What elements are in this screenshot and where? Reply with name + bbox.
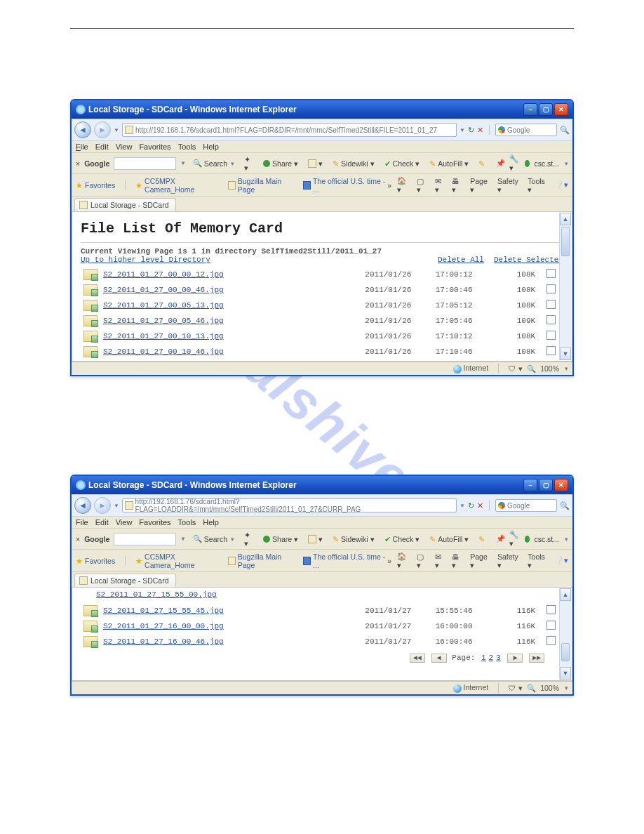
cmd-home[interactable]: 🏠 ▾: [397, 176, 411, 194]
menu-favorites[interactable]: Favorites: [139, 143, 170, 151]
back-button[interactable]: ◄: [74, 121, 91, 138]
cmd-home[interactable]: 🏠 ▾: [397, 552, 411, 569]
gtb-search-input[interactable]: [114, 533, 176, 545]
gtb-pin-icon[interactable]: 📌: [496, 534, 505, 543]
refresh-button[interactable]: ↻: [468, 501, 474, 510]
close-button[interactable]: ✕: [554, 103, 568, 116]
menu-view[interactable]: View: [116, 143, 133, 151]
menu-edit[interactable]: Edit: [95, 143, 109, 151]
gtb-sidewiki[interactable]: ✎Sidewiki ▾: [330, 159, 377, 168]
cmd-page[interactable]: Page ▾: [470, 552, 492, 569]
menu-tools[interactable]: Tools: [178, 518, 196, 527]
stop-button[interactable]: ✕: [477, 126, 483, 135]
url-dropdown[interactable]: ▼: [459, 127, 465, 133]
pager-last[interactable]: ►►: [529, 654, 544, 663]
nav-dropdown[interactable]: ▼: [114, 503, 119, 509]
forward-button[interactable]: ►: [94, 121, 111, 138]
gtb-wrench-icon[interactable]: 🔧 ▾: [509, 530, 521, 548]
favlink-bugzilla[interactable]: Bugzilla Main Page: [228, 552, 296, 569]
menu-file[interactable]: File: [76, 518, 88, 527]
gtb-check[interactable]: ✔Check ▾: [382, 159, 423, 168]
delete-selected-link[interactable]: Delete Selected: [494, 256, 563, 264]
pager-prev[interactable]: ◄: [431, 654, 447, 663]
minimize-button[interactable]: –: [523, 103, 537, 116]
gtb-share[interactable]: Share ▾: [260, 159, 301, 168]
tab-active[interactable]: Local Storage - SDCard: [74, 574, 176, 587]
url-input[interactable]: http://192.168.1.76/sdcard1.html?FLAG=LO…: [122, 498, 457, 512]
minimize-button[interactable]: –: [523, 479, 537, 491]
url-input[interactable]: http://192.168.1.76/sdcard1.html?FLAG=DI…: [122, 123, 457, 137]
file-link[interactable]: S2_2011_01_27_15_55_45.jpg: [103, 607, 224, 615]
gtb-bookmark[interactable]: ▾: [305, 159, 326, 168]
file-link[interactable]: S2_2011_01_27_00_10_46.jpg: [103, 348, 224, 356]
favorites-button[interactable]: ★Favorites: [76, 181, 115, 190]
gtb-share[interactable]: Share ▾: [260, 535, 301, 543]
file-link[interactable]: S2_2011_01_27_00_00_12.jpg: [103, 270, 224, 279]
favlink-home[interactable]: ★CC5MPX Camera_Home: [135, 177, 220, 194]
pager-page-1[interactable]: 1: [481, 654, 486, 662]
back-button[interactable]: ◄: [74, 497, 91, 514]
file-link[interactable]: S2_2011_01_27_00_05_13.jpg: [103, 301, 224, 310]
gtb-close[interactable]: ×: [76, 159, 80, 168]
file-link[interactable]: S2_2011_01_27_00_00_46.jpg: [103, 286, 224, 294]
cmd-tools[interactable]: Tools ▾: [528, 552, 549, 569]
gtb-check[interactable]: ✔Check ▾: [382, 535, 423, 543]
cmd-feeds[interactable]: ▢ ▾: [417, 177, 429, 194]
cmd-page[interactable]: Page ▾: [470, 177, 492, 194]
menu-view[interactable]: View: [116, 518, 133, 527]
search-go-button[interactable]: 🔍: [560, 126, 570, 135]
gtb-search-button[interactable]: 🔍Search ▾: [190, 534, 237, 543]
pager-next[interactable]: ►: [507, 654, 523, 663]
menu-edit[interactable]: Edit: [95, 518, 109, 527]
search-go-button[interactable]: 🔍: [560, 501, 570, 510]
gtb-autofill[interactable]: ✎AutoFill ▾: [427, 159, 471, 168]
favlink-time[interactable]: The official U.S. time - ...: [303, 552, 387, 569]
cmd-help[interactable]: ❔▾: [555, 556, 568, 565]
gtb-bookmark[interactable]: ▾: [305, 535, 326, 543]
select-checkbox[interactable]: [546, 621, 556, 630]
cmd-mail[interactable]: ✉ ▾: [435, 552, 446, 569]
scroll-down-icon[interactable]: ▼: [560, 348, 571, 360]
cmd-print[interactable]: 🖶 ▾: [452, 177, 464, 194]
maximize-button[interactable]: ▢: [539, 479, 553, 491]
gtb-more[interactable]: ✦ ▾: [241, 531, 256, 548]
scroll-thumb[interactable]: [561, 227, 570, 256]
gtb-search-button[interactable]: 🔍Search ▾: [190, 159, 237, 168]
select-checkbox[interactable]: [546, 331, 556, 340]
scrollbar[interactable]: ▲ ▼: [559, 588, 571, 680]
pager-first[interactable]: ◄◄: [410, 654, 425, 663]
search-provider-input[interactable]: Google: [495, 499, 557, 512]
menu-help[interactable]: Help: [203, 518, 219, 527]
select-checkbox[interactable]: [546, 346, 556, 355]
nav-dropdown[interactable]: ▼: [114, 127, 119, 133]
gtb-pin-icon[interactable]: 📌: [496, 159, 505, 168]
cmd-help[interactable]: ❔▾: [555, 180, 568, 190]
close-button[interactable]: ✕: [554, 479, 568, 491]
gtb-wrench-icon[interactable]: 🔧 ▾: [509, 154, 521, 172]
gtb-search-input[interactable]: [114, 157, 176, 170]
gtb-autofill[interactable]: ✎AutoFill ▾: [427, 535, 471, 543]
zoom-icon[interactable]: 🔍: [527, 684, 536, 693]
select-checkbox[interactable]: [546, 636, 556, 645]
forward-button[interactable]: ►: [94, 497, 111, 514]
pager-page-3[interactable]: 3: [496, 654, 501, 662]
favlink-home[interactable]: ★CC5MPX Camera_Home: [135, 552, 220, 569]
maximize-button[interactable]: ▢: [539, 103, 553, 116]
gtb-ext[interactable]: csc.st...: [534, 159, 559, 168]
favlink-bugzilla[interactable]: Bugzilla Main Page: [228, 177, 296, 194]
file-link[interactable]: S2_2011_01_27_16_00_46.jpg: [103, 637, 224, 646]
menu-tools[interactable]: Tools: [178, 143, 196, 151]
search-provider-input[interactable]: Google: [495, 124, 557, 136]
gtb-sidewiki[interactable]: ✎Sidewiki ▾: [330, 535, 377, 543]
menu-file[interactable]: File: [76, 143, 88, 151]
gtb-more[interactable]: ✦ ▾: [241, 155, 256, 172]
select-checkbox[interactable]: [546, 284, 556, 293]
cmd-feeds[interactable]: ▢ ▾: [417, 552, 429, 569]
scroll-up-icon[interactable]: ▲: [560, 213, 571, 225]
scrollbar[interactable]: ▲ ▼: [559, 213, 571, 360]
favorites-button[interactable]: ★Favorites: [76, 557, 115, 565]
favlink-time[interactable]: The official U.S. time - ...: [303, 177, 387, 194]
file-link[interactable]: S2_2011_01_27_00_05_46.jpg: [103, 317, 224, 325]
scroll-up-icon[interactable]: ▲: [560, 588, 571, 601]
cmd-safety[interactable]: Safety ▾: [497, 177, 522, 194]
